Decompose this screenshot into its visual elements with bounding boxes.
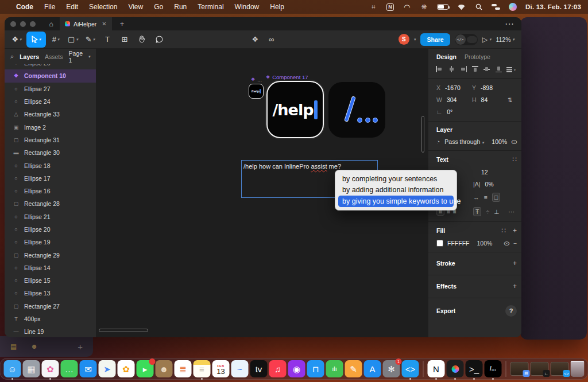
layer-row[interactable]: T 400px: [5, 313, 96, 325]
menubar-clock[interactable]: Di. 13. Feb. 17:03: [525, 3, 581, 10]
battery-icon[interactable]: [437, 4, 448, 10]
dock-item-terminal[interactable]: >_: [466, 360, 483, 377]
dock-item-inlinepro[interactable]: /...: [485, 360, 502, 377]
main-menu-button[interactable]: ❖▾: [9, 32, 24, 48]
dock-item-mail[interactable]: ✉: [80, 360, 97, 377]
dock-item-minimized-window-2[interactable]: ∟: [531, 362, 549, 376]
dock-item-design-app[interactable]: ✿: [42, 360, 59, 377]
file-tab[interactable]: AiHelper ✕: [60, 17, 112, 30]
resources-tool-button[interactable]: ⊞: [117, 32, 132, 48]
layer-row[interactable]: — Line 19: [5, 325, 96, 337]
avatar-chevron-icon[interactable]: ▾: [414, 37, 416, 42]
dock-item-pages[interactable]: ✎: [345, 360, 362, 377]
menubar-app-name[interactable]: Code: [16, 3, 33, 11]
tab-layers[interactable]: Layers: [20, 53, 39, 60]
layer-row[interactable]: ▣ Image 2: [5, 120, 96, 133]
text-styles-icon[interactable]: ∷: [512, 155, 517, 163]
align-top-icon[interactable]: [471, 65, 479, 73]
component-17-label[interactable]: ❖ Component 17: [266, 74, 308, 80]
window-more-icon[interactable]: ⋯: [505, 18, 514, 29]
present-button[interactable]: ▷ ▾: [482, 36, 492, 44]
gift-icon[interactable]: ▤: [10, 342, 17, 350]
layer-row[interactable]: ▬ Rectangle 30: [5, 146, 96, 159]
dock-item-keynote[interactable]: ⊓: [307, 360, 324, 377]
page-selector[interactable]: Page 1▾: [69, 50, 90, 64]
dock-item-minimized-window-1[interactable]: ▤: [510, 362, 529, 376]
dock-item-finder[interactable]: ☺: [4, 360, 21, 377]
add-fill-icon[interactable]: +: [513, 227, 517, 235]
help-command-component[interactable]: /help: [266, 81, 324, 138]
layer-row[interactable]: ▢ Rectangle 29: [5, 248, 96, 261]
menubar-menu-item[interactable]: Terminal: [198, 3, 223, 11]
layer-row[interactable]: ▢ Rectangle 31: [5, 134, 96, 146]
dock-item-messages[interactable]: …: [61, 360, 78, 377]
home-icon[interactable]: ⌂: [42, 20, 60, 28]
menubar-menu-item[interactable]: Window: [235, 3, 260, 11]
dock-item-reminders[interactable]: ≣: [175, 360, 192, 377]
align-bottom-icon[interactable]: [494, 65, 503, 73]
dock-item-vscode[interactable]: <>: [402, 360, 419, 377]
fill-color-swatch[interactable]: [436, 240, 443, 247]
tab-design[interactable]: Design: [436, 53, 457, 60]
dock-item-minimized-window-3[interactable]: <>: [551, 362, 569, 376]
dock-item-notes[interactable]: ≡: [194, 360, 211, 377]
suggestion-item[interactable]: by giving you simple keywords to use: [338, 196, 454, 207]
dock-item-contacts[interactable]: ☻: [156, 360, 173, 377]
zoom-level-dropdown[interactable]: 112%▾: [496, 36, 517, 43]
add-effect-icon[interactable]: +: [513, 282, 517, 290]
auto-width-icon[interactable]: ↔: [473, 194, 479, 201]
search-icon-panel[interactable]: ⌕: [10, 53, 14, 60]
dock-item-apple-tv[interactable]: tv: [250, 360, 268, 377]
wifi-icon[interactable]: [457, 3, 466, 11]
tab-prototype[interactable]: Prototype: [465, 53, 490, 60]
suggestion-item[interactable]: by adding additional information: [338, 185, 454, 196]
frame-tool-button[interactable]: #▾: [48, 32, 63, 48]
dock-item-photos[interactable]: ✿: [118, 360, 135, 377]
align-vertical-center-icon[interactable]: [482, 65, 491, 73]
layer-row[interactable]: ○ Ellipse 27: [5, 83, 96, 95]
align-right-icon[interactable]: [459, 65, 467, 73]
width-field[interactable]: 304: [447, 96, 457, 103]
menubar-menu-item[interactable]: Selection: [89, 3, 117, 11]
help-button[interactable]: ?: [505, 305, 517, 317]
layer-row[interactable]: ○ Ellipse 15: [5, 274, 96, 287]
link-icon[interactable]: ∞: [269, 35, 274, 44]
control-center-icon[interactable]: [492, 4, 500, 10]
layer-row[interactable]: ○ Ellipse 24: [5, 95, 96, 108]
menubar-menu-item[interactable]: Run: [174, 3, 187, 11]
height-field[interactable]: 84: [481, 96, 488, 103]
dock-item-launchpad[interactable]: ▦: [23, 360, 40, 377]
comment-tool-button[interactable]: [152, 32, 167, 48]
layer-row[interactable]: ○ Ellipse 19: [5, 236, 96, 248]
canvas-horizontal-scrollbar[interactable]: [99, 329, 148, 332]
suggestion-item[interactable]: by completing your sentences: [338, 173, 454, 185]
fill-eye-icon[interactable]: ⊙: [504, 240, 510, 247]
dome-icon[interactable]: ◠: [403, 3, 411, 11]
layer-row[interactable]: △ Rectangle 33: [5, 108, 96, 120]
fill-opacity-field[interactable]: 100%: [477, 240, 492, 247]
layer-row[interactable]: ○ Ellipse 13: [5, 287, 96, 299]
notion-status-icon[interactable]: N: [386, 3, 394, 11]
close-tab-icon[interactable]: ✕: [102, 21, 106, 27]
blend-mode-icon[interactable]: ◔: [436, 138, 440, 145]
distribute-icon[interactable]: ▾: [506, 65, 514, 73]
component-actions-icon[interactable]: ❖: [252, 35, 259, 44]
rotation-field[interactable]: 0°: [447, 108, 452, 115]
dock-item-music[interactable]: ♫: [269, 360, 287, 377]
auto-height-icon[interactable]: ≡: [484, 194, 488, 201]
layer-row[interactable]: ▢ Rectangle 27: [5, 300, 96, 313]
vertical-align-middle-icon[interactable]: ÷: [486, 208, 489, 215]
mini-component[interactable]: /help: [249, 84, 264, 99]
hand-tool-button[interactable]: [134, 32, 149, 48]
add-stroke-icon[interactable]: +: [513, 259, 517, 267]
layer-row[interactable]: ○ Ellipse 16: [5, 185, 96, 197]
move-tool-button[interactable]: ▾: [26, 32, 46, 48]
vertical-align-top-icon[interactable]: Ŧ: [473, 207, 481, 216]
eye-icon[interactable]: ⊙: [511, 138, 518, 145]
dock-item-app-store[interactable]: A: [364, 360, 381, 377]
share-button[interactable]: Share: [420, 33, 450, 46]
layer-row[interactable]: ❖ Component 10: [5, 69, 96, 82]
mini-component-label[interactable]: ❖ ...: [251, 76, 262, 83]
layer-row[interactable]: ○ Ellipse 26: [5, 64, 96, 69]
x-position-field[interactable]: -1670: [445, 84, 461, 91]
